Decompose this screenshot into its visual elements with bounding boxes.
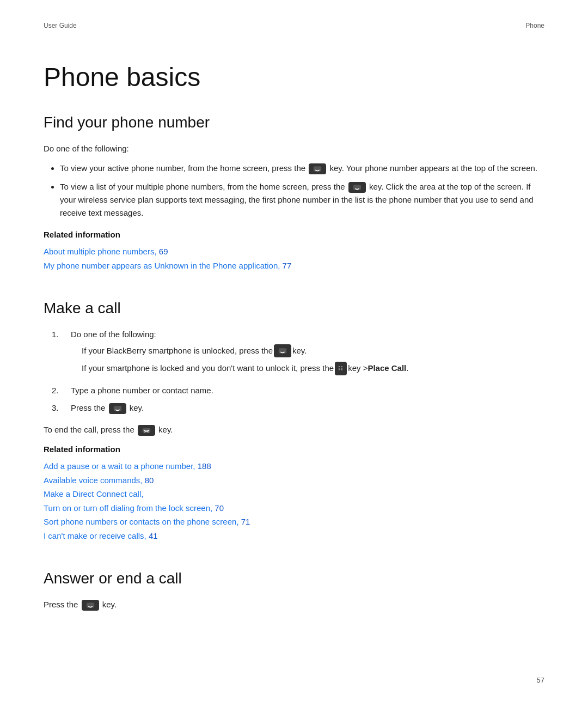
related-link-dialing-lock[interactable]: Turn on or turn off dialing from the loc… — [44, 501, 544, 515]
related-heading-make-call: Related information — [44, 443, 544, 456]
section-heading-find-phone: Find your phone number — [44, 114, 544, 131]
link-direct-connect[interactable]: Make a Direct Connect call, — [44, 489, 143, 498]
section-find-phone-number: Find your phone number Do one of the fol… — [44, 114, 544, 272]
section-make-a-call: Make a call 1. Do one of the following: … — [44, 300, 544, 543]
related-links-find-phone: About multiple phone numbers, 69 My phon… — [44, 245, 544, 272]
step-1-bullet-1: If your BlackBerry smartphone is unlocke… — [82, 344, 544, 357]
link-cant-make-calls[interactable]: I can't make or receive calls, — [44, 531, 146, 540]
page-header: User Guide Phone — [44, 22, 544, 29]
find-phone-bullets: To view your active phone number, from t… — [60, 162, 544, 220]
related-info-find-phone: Related information About multiple phone… — [44, 228, 544, 272]
link-add-pause[interactable]: Add a pause or a wait to a phone number, — [44, 461, 195, 471]
header-left: User Guide — [44, 22, 77, 29]
phone-key-icon-5 — [82, 600, 99, 611]
find-phone-bullet-2: To view a list of your multiple phone nu… — [60, 180, 544, 220]
step-number-2: 2. — [44, 384, 71, 397]
link-voice-commands[interactable]: Available voice commands, — [44, 476, 142, 485]
link-phone-number-unknown[interactable]: My phone number appears as Unknown in th… — [44, 261, 280, 270]
step-1-bullets: If your BlackBerry smartphone is unlocke… — [82, 344, 544, 375]
step-number-3: 3. — [44, 401, 71, 415]
step-content-3: Press the key. — [71, 401, 544, 415]
related-link-cant-make-calls[interactable]: I can't make or receive calls, 41 — [44, 529, 544, 543]
end-key-icon — [138, 425, 155, 436]
menu-key-icon: ⁝⁝ — [335, 362, 347, 375]
end-call-text: To end the call, press the key. — [44, 423, 544, 436]
page-title: Phone basics — [44, 62, 544, 92]
page-number: 57 — [537, 676, 544, 684]
related-link-voice-commands[interactable]: Available voice commands, 80 — [44, 473, 544, 488]
phone-key-icon-1 — [309, 163, 326, 174]
phone-key-icon-3 — [274, 344, 291, 357]
step-2: 2. Type a phone number or contact name. — [44, 384, 544, 397]
section-answer-end-call: Answer or end a call Press the key. — [44, 570, 544, 611]
related-info-make-call: Related information Add a pause or a wai… — [44, 443, 544, 543]
phone-key-icon-4 — [109, 403, 126, 414]
section-intro-find-phone: Do one of the following: — [44, 142, 544, 155]
answer-end-text: Press the key. — [44, 598, 544, 611]
phone-key-icon-2 — [348, 182, 366, 193]
page-container: User Guide Phone Phone basics Find your … — [0, 0, 588, 682]
header-right: Phone — [525, 22, 544, 29]
step-content-2: Type a phone number or contact name. — [71, 384, 544, 397]
step-1-bullet-2: If your smartphone is locked and you don… — [82, 362, 544, 375]
section-heading-answer-end: Answer or end a call — [44, 570, 544, 587]
step-1: 1. Do one of the following: If your Blac… — [44, 328, 544, 380]
section-heading-make-call: Make a call — [44, 300, 544, 317]
find-phone-bullet-1: To view your active phone number, from t… — [60, 162, 544, 175]
link-dialing-lock[interactable]: Turn on or turn off dialing from the loc… — [44, 503, 212, 513]
step-3: 3. Press the key. — [44, 401, 544, 415]
related-heading-find-phone: Related information — [44, 228, 544, 241]
svg-line-5 — [145, 431, 145, 433]
step-content-1: Do one of the following: If your BlackBe… — [71, 328, 544, 380]
related-link-1[interactable]: About multiple phone numbers, 69 — [44, 245, 544, 259]
link-sort-numbers[interactable]: Sort phone numbers or contacts on the ph… — [44, 517, 239, 526]
related-link-sort-numbers[interactable]: Sort phone numbers or contacts on the ph… — [44, 515, 544, 529]
step-number-1: 1. — [44, 328, 71, 380]
related-link-add-pause[interactable]: Add a pause or a wait to a phone number,… — [44, 459, 544, 473]
related-link-direct-connect[interactable]: Make a Direct Connect call, — [44, 487, 544, 501]
link-about-multiple-numbers[interactable]: About multiple phone numbers, — [44, 247, 157, 256]
related-link-2[interactable]: My phone number appears as Unknown in th… — [44, 259, 544, 273]
make-call-steps: 1. Do one of the following: If your Blac… — [44, 328, 544, 415]
svg-line-6 — [148, 431, 148, 433]
place-call-label: Place Call — [367, 362, 406, 375]
related-links-make-call: Add a pause or a wait to a phone number,… — [44, 459, 544, 543]
